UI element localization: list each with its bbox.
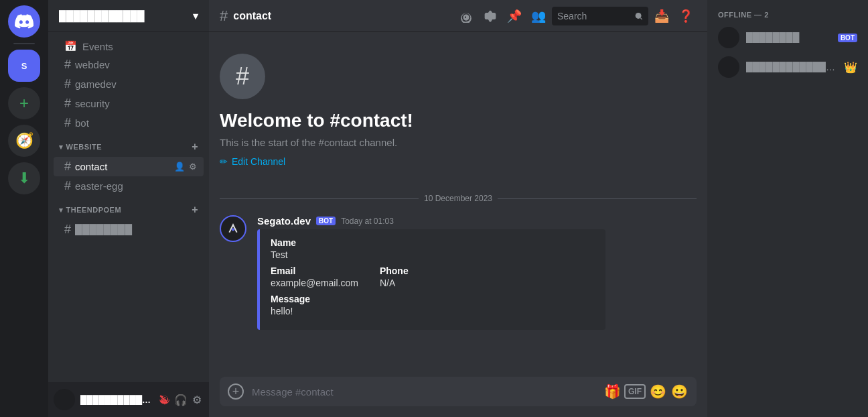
gif-button[interactable]: GIF bbox=[624, 384, 646, 399]
sticker-button[interactable]: 😊 bbox=[648, 382, 667, 401]
embed-phone-label: Phone bbox=[380, 265, 409, 276]
server-icon-discord[interactable] bbox=[8, 5, 40, 38]
message-add-button[interactable]: + bbox=[228, 383, 244, 400]
embed-email-phone-row: Email example@email.com Phone N/A bbox=[271, 265, 595, 288]
main-content: # contact 📌 👥 📥 ❓ # Welcome to #contact! bbox=[209, 0, 707, 417]
message-header: Segato.dev BOT Today at 01:03 bbox=[257, 215, 697, 227]
channel-item-easter-egg[interactable]: # easter-egg bbox=[54, 176, 204, 196]
edit-channel-button[interactable]: ✏ Edit Channel bbox=[220, 156, 697, 167]
server-icon-main[interactable]: S bbox=[8, 50, 40, 82]
channel-list: 📅 Events # webdev # gamedev # security #… bbox=[48, 32, 209, 382]
channel-name-easter-egg: easter-egg bbox=[75, 180, 198, 192]
events-item[interactable]: 📅 Events bbox=[54, 38, 204, 55]
offline-section-header: OFFLINE — 2 bbox=[713, 11, 863, 19]
welcome-title: Welcome to #contact! bbox=[220, 110, 697, 131]
embed-name-value: Test bbox=[271, 249, 595, 260]
calendar-icon: 📅 bbox=[64, 40, 77, 52]
channel-name-gamedev: gamedev bbox=[75, 78, 198, 90]
server-list: S + 🧭 ⬇ bbox=[0, 0, 48, 417]
channel-name-security: security bbox=[75, 98, 198, 109]
message-input[interactable] bbox=[252, 386, 595, 398]
embed-message-field: Message hello! bbox=[271, 294, 595, 316]
server-download-button[interactable]: ⬇ bbox=[8, 162, 40, 194]
category-theendpoem[interactable]: ▾ THEENDPOEM + bbox=[54, 201, 204, 219]
embed-email-field: Email example@email.com bbox=[271, 265, 358, 288]
hash-icon: # bbox=[64, 97, 71, 111]
search-input[interactable] bbox=[557, 11, 629, 21]
pin-icon[interactable]: 📌 bbox=[504, 5, 525, 27]
message-input-container: + 🎁 GIF 😊 😀 bbox=[220, 377, 697, 406]
category-website[interactable]: ▾ WEBSITE + bbox=[54, 138, 204, 156]
inbox-icon[interactable]: 📥 bbox=[651, 5, 672, 27]
svg-point-0 bbox=[635, 13, 641, 19]
events-label: Events bbox=[82, 41, 113, 52]
footer-icons: 🎧 ⚙ bbox=[158, 393, 204, 406]
embed-email-label: Email bbox=[271, 265, 358, 276]
channel-item-contact[interactable]: # contact 👤 ⚙ bbox=[54, 157, 204, 176]
channel-section-theendpoem: ▾ THEENDPOEM + # ████████ bbox=[48, 201, 209, 239]
member-item-bot[interactable]: ████████ BOT bbox=[713, 24, 863, 51]
message-embed: Name Test Email example@email.com Phone … bbox=[257, 229, 605, 330]
channel-sidebar: ████████████ ▾ 📅 Events # webdev # gamed… bbox=[48, 0, 209, 417]
message-group: Segato.dev BOT Today at 01:03 Name Test … bbox=[220, 214, 697, 331]
bot-badge: BOT bbox=[316, 217, 336, 225]
pencil-icon: ✏ bbox=[220, 156, 228, 167]
server-name-header[interactable]: ████████████ ▾ bbox=[48, 0, 209, 32]
channel-name-webdev: webdev bbox=[75, 59, 198, 70]
channel-header: # contact 📌 👥 📥 ❓ bbox=[209, 0, 707, 32]
member-name-crown: ████████████████████ bbox=[746, 62, 837, 72]
embed-message-label: Message bbox=[271, 294, 595, 304]
channel-item-icons: 👤 ⚙ bbox=[174, 162, 198, 172]
message-input-area: + 🎁 GIF 😊 😀 bbox=[209, 366, 707, 417]
add-user-icon[interactable]: 👤 bbox=[174, 162, 185, 172]
channel-welcome: # Welcome to #contact! This is the start… bbox=[220, 43, 697, 183]
member-name-bot: ████████ bbox=[746, 32, 831, 43]
hash-icon: # bbox=[64, 77, 71, 91]
welcome-description: This is the start of the #contact channe… bbox=[220, 137, 697, 148]
embed-name-label: Name bbox=[271, 237, 595, 248]
gift-button[interactable]: 🎁 bbox=[603, 382, 622, 401]
hash-icon: # bbox=[64, 160, 71, 174]
chevron-down-icon: ▾ bbox=[193, 10, 198, 22]
category-add-icon[interactable]: + bbox=[192, 204, 198, 216]
mute-channel-icon[interactable] bbox=[480, 5, 501, 27]
messages-area: # Welcome to #contact! This is the start… bbox=[209, 32, 707, 366]
channel-name-bot: bot bbox=[75, 117, 198, 129]
category-add-icon[interactable]: + bbox=[192, 141, 198, 153]
deafen-button[interactable]: 🎧 bbox=[174, 393, 188, 406]
svg-line-1 bbox=[640, 17, 642, 19]
members-icon[interactable]: 👥 bbox=[528, 5, 549, 27]
category-label: WEBSITE bbox=[66, 143, 102, 151]
server-add-button[interactable]: + bbox=[8, 87, 40, 119]
mute-button[interactable] bbox=[158, 393, 171, 406]
category-chevron-icon: ▾ bbox=[59, 143, 64, 152]
threads-icon[interactable] bbox=[455, 5, 477, 27]
server-explore-button[interactable]: 🧭 bbox=[8, 125, 40, 157]
embed-message-value: hello! bbox=[271, 306, 595, 316]
svg-point-3 bbox=[232, 228, 234, 231]
bot-badge: BOT bbox=[838, 34, 857, 42]
member-avatar-crown bbox=[718, 56, 739, 78]
settings-button[interactable]: ⚙ bbox=[190, 393, 204, 406]
emoji-button[interactable]: 😀 bbox=[670, 382, 689, 401]
embed-name-field: Name Test bbox=[271, 237, 595, 260]
channel-item-bot[interactable]: # bot bbox=[54, 113, 204, 133]
right-sidebar: OFFLINE — 2 ████████ BOT ███████████████… bbox=[707, 0, 868, 417]
member-item-crown[interactable]: ████████████████████ 👑 bbox=[713, 54, 863, 80]
date-label: 10 December 2023 bbox=[424, 194, 492, 203]
hash-icon: # bbox=[64, 223, 71, 237]
settings-icon[interactable]: ⚙ bbox=[188, 162, 198, 172]
welcome-icon: # bbox=[220, 54, 265, 99]
channel-item-theendpoem-1[interactable]: # ████████ bbox=[54, 220, 204, 239]
server-name: ████████████ bbox=[59, 10, 145, 21]
channel-item-gamedev[interactable]: # gamedev bbox=[54, 74, 204, 94]
date-divider: 10 December 2023 bbox=[220, 194, 697, 203]
channel-item-webdev[interactable]: # webdev bbox=[54, 55, 204, 74]
member-avatar-bot bbox=[718, 27, 739, 48]
search-bar[interactable] bbox=[552, 7, 648, 25]
channel-item-security[interactable]: # security bbox=[54, 94, 204, 113]
help-icon[interactable]: ❓ bbox=[675, 5, 697, 27]
hash-icon: # bbox=[64, 58, 71, 72]
hash-icon: # bbox=[64, 116, 71, 130]
footer-username: ████████████ bbox=[80, 395, 153, 405]
